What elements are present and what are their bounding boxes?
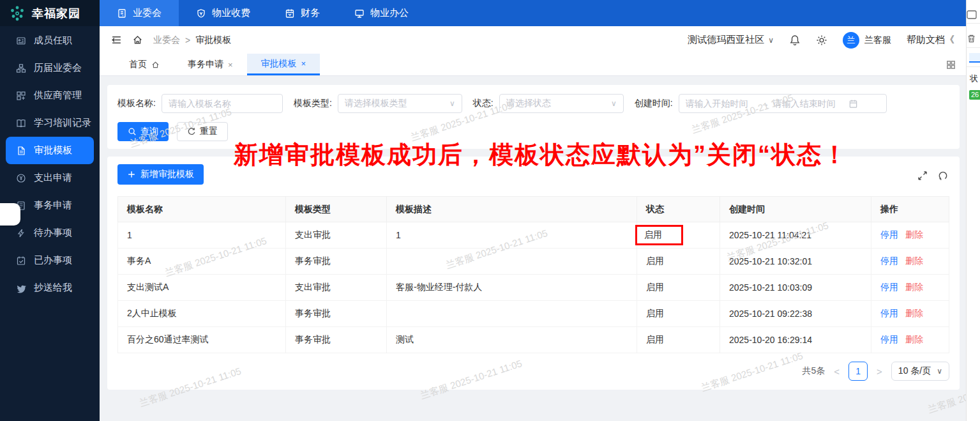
gear-icon[interactable]	[816, 34, 827, 46]
filter-label: 创建时间:	[635, 98, 673, 109]
sidebar-item-past-committees[interactable]: 历届业委会	[0, 54, 100, 82]
calendar-icon	[848, 99, 858, 109]
drawer-handle[interactable]	[0, 203, 20, 226]
sidebar-item-suppliers[interactable]: 供应商管理	[0, 82, 100, 109]
template-name-input[interactable]	[169, 98, 276, 109]
disable-action[interactable]: 停用	[880, 256, 898, 266]
right-side-strip: 状 26	[966, 0, 980, 421]
clipped-window-icon[interactable]	[967, 10, 980, 19]
filter-status: 状态: 请选择状态 ∨	[473, 94, 624, 113]
template-type-select[interactable]: 请选择模板类型 ∨	[338, 94, 462, 113]
page-size-value: 10 条/页	[898, 365, 931, 377]
delete-action[interactable]: 删除	[905, 282, 923, 292]
date-range-picker[interactable]: →	[679, 94, 887, 113]
sidebar-item-label: 支出申请	[34, 172, 72, 184]
sidebar-item-label: 已办事项	[34, 254, 72, 266]
top-nav-item-fees[interactable]: 物业收费	[179, 0, 268, 26]
sidebar-item-label: 事务申请	[34, 199, 72, 211]
monitor-icon	[354, 8, 365, 19]
breadcrumb-root[interactable]: 业委会	[153, 34, 180, 46]
page-size-select[interactable]: 10 条/页 ∨	[891, 362, 949, 381]
table-row: 2人中止模板 事务审批 启用 2025-10-21 09:22:38 停用删除	[118, 301, 949, 327]
help-doc-link[interactable]: 帮助文档《	[907, 34, 954, 46]
sidebar-item-training[interactable]: 学习培训记录	[0, 109, 100, 137]
top-nav-item-finance[interactable]: 财务	[268, 0, 337, 26]
fullscreen-icon[interactable]	[917, 171, 928, 181]
cell-name: 1	[118, 222, 286, 249]
user-menu[interactable]: 兰 兰客服	[843, 32, 891, 49]
chevron-down-icon: ∨	[937, 367, 942, 376]
add-template-button[interactable]: 新增审批模板	[117, 164, 204, 185]
select-placeholder: 请选择模板类型	[345, 98, 407, 109]
sidebar-item-done[interactable]: 已办事项	[0, 247, 100, 274]
cell-status: 启用	[637, 275, 720, 301]
disable-action[interactable]: 停用	[880, 229, 898, 240]
cell-created: 2025-10-21 11:04:21	[720, 222, 871, 249]
cell-created: 2025-10-21 10:32:01	[720, 249, 871, 275]
cell-created: 2025-10-21 10:03:09	[720, 275, 871, 301]
cell-desc	[387, 301, 637, 327]
refresh-icon[interactable]	[938, 171, 948, 181]
content: 模板名称: 模板类型: 请选择模板类型 ∨ 状态: 请选择状态	[100, 77, 966, 421]
table-row: 百分之60通过率测试 事务审批 测试 启用 2025-10-20 16:29:1…	[118, 327, 949, 353]
tab-affairs-request[interactable]: 事务申请 ×	[174, 54, 247, 75]
cell-type: 支出审批	[286, 222, 387, 249]
delete-action[interactable]: 删除	[905, 334, 923, 344]
shield-icon	[196, 8, 206, 19]
community-selector[interactable]: 测试德玛西亚社区 ∨	[688, 34, 774, 46]
sidebar-item-expense-request[interactable]: 支出申请	[0, 164, 100, 192]
search-icon	[128, 127, 137, 136]
prev-page-button[interactable]: <	[833, 366, 841, 377]
column-header-desc: 模板描述	[387, 197, 637, 222]
end-time-input[interactable]	[773, 98, 845, 109]
disable-action[interactable]: 停用	[880, 282, 898, 292]
sidebar-item-cc-me[interactable]: 抄送给我	[0, 274, 100, 302]
search-button[interactable]: 查询	[117, 122, 169, 141]
next-page-button[interactable]: >	[875, 366, 884, 377]
tab-bar: 首页 事务申请 × 审批模板 ×	[100, 54, 966, 76]
top-nav-label: 财务	[301, 7, 320, 19]
cell-name: 事务A	[118, 249, 286, 275]
page-number-button[interactable]: 1	[848, 362, 868, 381]
cell-created: 2025-10-20 16:29:14	[720, 327, 871, 353]
template-name-input-wrap	[162, 94, 283, 113]
filter-template-type: 模板类型: 请选择模板类型 ∨	[294, 94, 462, 113]
grid-icon[interactable]	[946, 60, 956, 70]
sidebar-item-approval-templates[interactable]: 审批模板	[6, 137, 94, 164]
tab-approval-templates[interactable]: 审批模板 ×	[247, 54, 320, 75]
filter-label: 状态:	[473, 98, 494, 109]
top-nav-item-committee[interactable]: 业委会	[100, 0, 179, 26]
clipped-tab[interactable]	[969, 53, 980, 63]
home-icon[interactable]	[132, 34, 143, 45]
close-icon[interactable]: ×	[228, 60, 233, 70]
start-time-input[interactable]	[686, 98, 757, 109]
close-icon[interactable]: ×	[301, 59, 306, 68]
tab-home[interactable]: 首页	[115, 54, 174, 75]
top-nav-item-office[interactable]: 物业办公	[337, 0, 426, 26]
trash-icon[interactable]	[967, 34, 980, 43]
main-area: 业委会 > 审批模板 测试德玛西亚社区 ∨ 兰 兰客服 帮助文档《 首页 事务申…	[100, 26, 966, 421]
top-nav-label: 物业办公	[370, 7, 409, 19]
table-panel: 新增审批模板 模板名称 模板类型 模板描述 状态 创建时间 操作	[107, 157, 960, 390]
cell-name: 2人中止模板	[118, 301, 286, 327]
templates-table: 模板名称 模板类型 模板描述 状态 创建时间 操作 1 支出审批 1 启用 20	[117, 196, 949, 353]
sidebar-item-members[interactable]: 成员任职	[0, 27, 100, 54]
status-select[interactable]: 请选择状态 ∨	[499, 94, 624, 113]
plus-icon	[127, 170, 136, 179]
disable-action[interactable]: 停用	[880, 334, 898, 344]
filter-label: 模板名称:	[117, 98, 156, 109]
delete-action[interactable]: 删除	[905, 256, 923, 266]
delete-action[interactable]: 删除	[905, 308, 923, 318]
disable-action[interactable]: 停用	[880, 308, 898, 318]
top-nav: 业委会 物业收费 财务 物业办公	[100, 0, 426, 26]
clipped-status-label: 状	[970, 73, 980, 84]
delete-action[interactable]: 删除	[905, 229, 923, 240]
book-icon	[16, 118, 26, 128]
bell-icon[interactable]	[789, 34, 801, 46]
reset-button[interactable]: 重置	[177, 122, 228, 141]
doc-badge-icon	[117, 8, 127, 19]
collapse-menu-icon[interactable]	[111, 34, 122, 45]
page-header: 业委会 > 审批模板 测试德玛西亚社区 ∨ 兰 兰客服 帮助文档《	[100, 26, 966, 54]
cell-status: 启用	[637, 249, 720, 275]
sidebar-item-label: 供应商管理	[34, 89, 82, 102]
